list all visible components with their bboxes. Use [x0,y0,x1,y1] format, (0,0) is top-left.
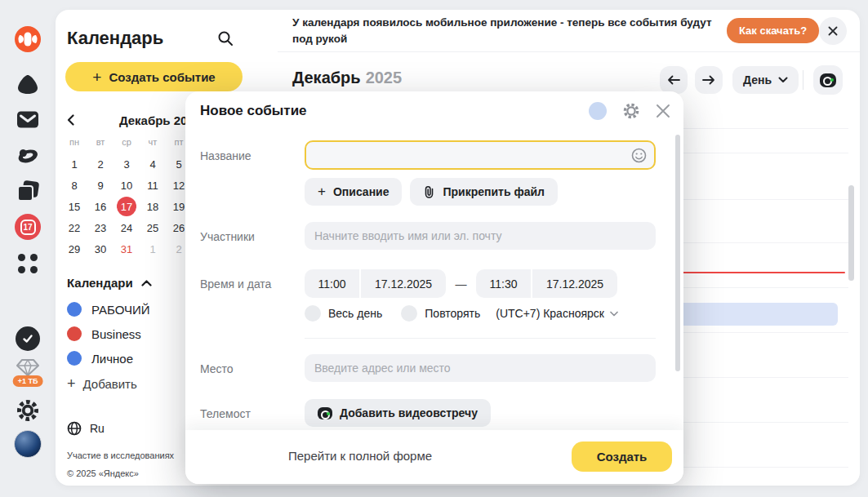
form-divider [305,338,656,339]
user-avatar[interactable] [14,430,42,458]
telemost-icon [318,407,332,419]
create-button[interactable]: Создать [572,442,672,472]
description-button-label: Описание [333,185,389,198]
banner-close-button[interactable] [819,17,847,45]
mini-calendar-prev-icon[interactable] [62,114,82,126]
tasks-check-icon[interactable] [16,326,40,351]
add-calendar-button[interactable]: + Добавить [67,372,137,395]
end-time-field[interactable]: 11:30 [476,269,531,298]
mini-cal-day[interactable]: 31 [114,238,140,260]
add-calendar-label: Добавить [83,377,137,391]
mini-cal-day[interactable]: 1 [61,153,87,175]
event-settings-gear-icon[interactable] [622,102,640,120]
download-app-button[interactable]: Как скачать? [727,18,819,43]
view-mode-dropdown[interactable]: День [732,66,799,94]
arrow-right-icon [702,75,715,85]
mini-cal-day-number: 16 [95,201,106,213]
calendar-app-icon[interactable]: 17 [15,214,41,240]
language-switcher[interactable]: Ru [67,421,105,436]
day-grid-scrollbar[interactable] [848,185,854,281]
mini-cal-day[interactable]: 2 [87,153,114,175]
yandex-360-logo-icon[interactable] [14,25,42,53]
research-link[interactable]: Участие в исследованиях [67,450,174,460]
full-form-link[interactable]: Перейти к полной форме [288,449,432,463]
calendar-list-item[interactable]: Личное [67,346,150,371]
calendars-section-title: Календари [67,276,133,290]
view-mode-label: День [743,73,772,87]
mini-cal-day[interactable]: 25 [140,217,166,238]
participants-wrap [305,222,656,250]
mini-cal-day[interactable]: 24 [114,217,140,238]
mini-cal-day-number: 9 [97,180,103,192]
mini-cal-day[interactable]: 30 [87,238,114,260]
mini-cal-day[interactable]: 8 [61,175,87,196]
mini-cal-day-number: 3 [123,158,129,171]
all-day-label: Весь день [328,307,382,320]
search-icon[interactable] [217,30,234,47]
mini-cal-day[interactable]: 9 [87,175,114,196]
mini-cal-day[interactable]: 18 [140,196,166,217]
mini-cal-day[interactable]: 3 [114,153,140,175]
view-year: 2025 [366,69,403,87]
modal-close-icon[interactable] [656,104,670,118]
end-date-field[interactable]: 17.12.2025 [532,269,617,298]
mini-cal-day[interactable]: 22 [61,217,87,238]
telemost-button-label: Добавить видеовстречу [340,406,478,419]
start-time-field[interactable]: 11:00 [305,269,359,298]
mini-cal-day-number: 18 [147,201,158,213]
mini-cal-day-number: 8 [71,180,77,192]
telemost-wrap: Добавить видеовстречу [305,399,656,427]
view-title: Декабрь2025 [292,69,402,87]
mini-cal-day-number: 4 [149,158,155,171]
mini-cal-day-header: чт [140,137,166,150]
all-day-checkbox[interactable] [305,305,321,322]
mini-cal-day-number: 2 [97,158,103,171]
mini-cal-day[interactable]: 15 [61,196,87,217]
calendar-list-item[interactable]: РАБОЧИЙ [67,297,150,322]
create-event-button[interactable]: + Создать событие [65,62,243,91]
alice-icon[interactable] [16,73,39,95]
calendar-item-label: Business [91,327,141,341]
mini-cal-day[interactable]: 23 [87,217,114,238]
participants-input[interactable] [305,222,656,250]
add-description-button[interactable]: + Описание [305,178,402,206]
yandex-search-app-icon[interactable] [16,146,40,165]
mini-cal-day-number: 29 [69,243,80,255]
mini-cal-day[interactable]: 4 [140,153,166,175]
attach-file-button[interactable]: Прикрепить файл [410,178,558,206]
mini-cal-day[interactable]: 29 [61,238,87,260]
promo-banner: У календаря появилось мобильное приложен… [278,10,860,52]
prev-day-button[interactable] [660,66,688,94]
mail-icon[interactable] [17,111,39,128]
emoji-picker-icon[interactable] [631,148,647,163]
calendar-item-label: РАБОЧИЙ [91,303,150,317]
mini-cal-day[interactable]: 11 [140,175,166,196]
calendar-list-item[interactable]: Business [67,322,150,346]
next-day-button[interactable] [695,66,723,94]
mini-cal-day-number: 23 [95,222,106,234]
event-name-input[interactable] [305,140,656,170]
copyright-text: © 2025 «Яндекс» [67,468,139,478]
modal-scrollbar[interactable] [675,135,680,371]
plus-icon: + [318,184,326,200]
calendar-day-number: 17 [20,220,36,235]
calendars-section-header[interactable]: Календари [67,276,152,290]
disk-diamond-icon[interactable] [16,357,40,377]
event-color-picker[interactable] [589,102,607,120]
timezone-dropdown[interactable]: (UTC+7) Красноярск [496,307,618,320]
location-input[interactable] [305,354,656,382]
more-apps-icon[interactable] [18,254,38,273]
telemost-button[interactable] [813,65,843,95]
mini-cal-day[interactable]: 1 [140,238,166,260]
settings-gear-icon[interactable] [16,398,40,423]
mini-cal-day[interactable]: 10 [114,175,140,196]
mini-cal-day[interactable]: 17 [114,196,140,217]
storage-badge[interactable]: +1 ТБ [13,375,43,387]
mini-cal-day[interactable]: 16 [87,196,114,217]
add-video-meeting-button[interactable]: Добавить видеовстречу [305,399,491,427]
repeat-checkbox[interactable] [401,305,417,322]
mini-cal-day-header: ср [114,137,140,150]
start-date-field[interactable]: 17.12.2025 [361,269,446,298]
datetime-label: Время и дата [200,277,271,291]
documents-icon[interactable] [17,181,38,202]
